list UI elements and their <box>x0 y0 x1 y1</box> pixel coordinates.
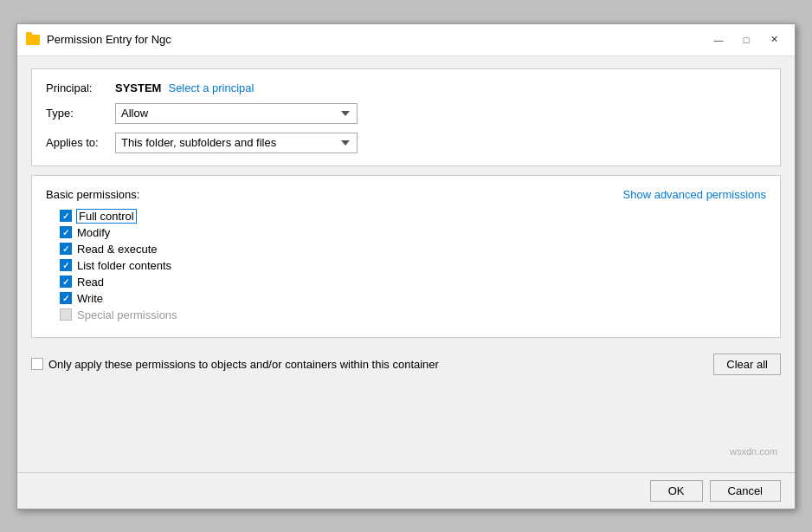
only-apply-checkbox[interactable] <box>31 358 43 370</box>
permissions-header: Basic permissions: Show advanced permiss… <box>46 188 766 201</box>
select-principal-link[interactable]: Select a principal <box>168 81 254 94</box>
permission-item-read: Read <box>60 276 766 289</box>
ok-button[interactable]: OK <box>650 480 703 502</box>
permission-item-list-folder: List folder contents <box>60 259 766 272</box>
permission-item-modify: Modify <box>60 226 766 239</box>
checkbox-special <box>60 308 72 321</box>
permission-label-read-execute: Read & execute <box>77 243 158 256</box>
clear-all-button[interactable]: Clear all <box>713 354 781 375</box>
minimize-button[interactable]: — <box>706 31 731 49</box>
title-bar: Permission Entry for Ngc — □ ✕ <box>17 24 795 56</box>
watermark: wsxdn.com <box>730 446 777 457</box>
applies-to-dropdown[interactable]: This folder, subfolders and files <box>115 133 358 153</box>
folder-icon <box>26 33 40 47</box>
permission-label-list-folder: List folder contents <box>77 259 171 272</box>
footer-bar: OK Cancel <box>17 472 795 509</box>
permission-label-modify: Modify <box>77 226 110 239</box>
permission-item-write: Write <box>60 292 766 305</box>
checkbox-read-execute[interactable] <box>60 243 72 255</box>
type-row: Type: Allow Deny <box>46 103 766 124</box>
checkbox-full-control[interactable] <box>60 210 72 222</box>
applies-to-label: Applies to: <box>46 136 115 149</box>
checkbox-modify[interactable] <box>60 226 72 238</box>
permissions-section: Basic permissions: Show advanced permiss… <box>31 175 781 338</box>
type-dropdown[interactable]: Allow Deny <box>115 103 358 124</box>
principal-section: Principal: SYSTEM Select a principal Typ… <box>31 68 781 166</box>
type-label: Type: <box>46 107 115 120</box>
permission-label-write: Write <box>77 292 103 305</box>
checkbox-write[interactable] <box>60 292 72 304</box>
permissions-list: Full control Modify Read & execute List … <box>46 210 766 321</box>
bottom-section: Only apply these permissions to objects … <box>31 347 781 382</box>
permission-item-full-control: Full control <box>60 210 766 223</box>
title-bar-text: Permission Entry for Ngc <box>47 33 706 46</box>
show-advanced-link[interactable]: Show advanced permissions <box>623 188 766 201</box>
only-apply-label: Only apply these permissions to objects … <box>48 358 439 371</box>
close-button[interactable]: ✕ <box>762 31 786 49</box>
principal-row: Principal: SYSTEM Select a principal <box>46 81 766 94</box>
permission-label-special: Special permissions <box>77 308 177 321</box>
maximize-button[interactable]: □ <box>734 31 758 49</box>
permission-label-full-control: Full control <box>77 210 136 223</box>
principal-value: SYSTEM <box>115 81 161 94</box>
window-content: Principal: SYSTEM Select a principal Typ… <box>17 56 795 472</box>
checkbox-list-folder[interactable] <box>60 259 72 271</box>
checkbox-read[interactable] <box>60 276 72 288</box>
only-apply-row: Only apply these permissions to objects … <box>31 358 439 371</box>
permission-entry-dialog: Permission Entry for Ngc — □ ✕ Principal… <box>16 23 796 509</box>
principal-label: Principal: <box>46 81 115 94</box>
spacer-area: wsxdn.com <box>31 391 781 460</box>
title-bar-controls: — □ ✕ <box>706 31 786 49</box>
permissions-title: Basic permissions: <box>46 188 139 201</box>
cancel-button[interactable]: Cancel <box>710 480 781 502</box>
permission-item-special: Special permissions <box>60 308 766 321</box>
permission-label-read: Read <box>77 276 104 289</box>
permission-item-read-execute: Read & execute <box>60 243 766 256</box>
applies-to-row: Applies to: This folder, subfolders and … <box>46 133 766 153</box>
